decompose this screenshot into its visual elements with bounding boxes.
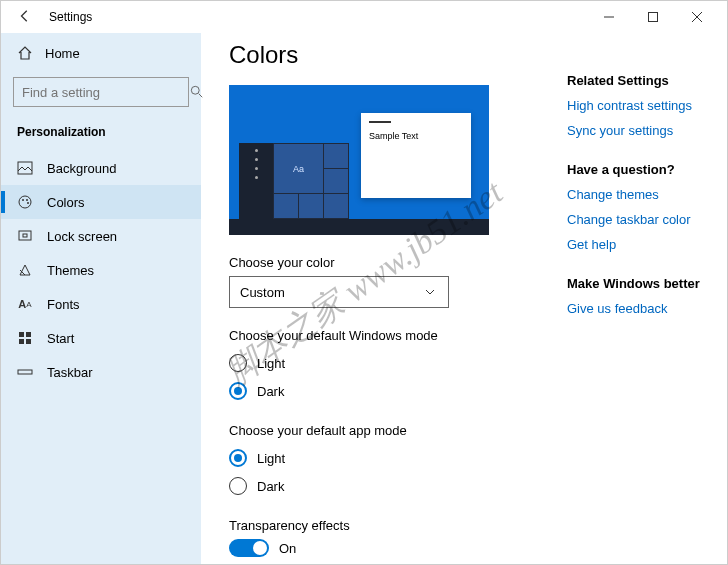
svg-point-2 xyxy=(191,86,199,94)
radio-label: Light xyxy=(257,356,285,371)
question-link[interactable]: Change taskbar color xyxy=(567,212,703,227)
svg-point-8 xyxy=(27,202,29,204)
home-icon xyxy=(17,45,33,61)
colors-icon xyxy=(17,194,33,210)
close-button[interactable] xyxy=(675,3,719,31)
sidebar-item-background[interactable]: Background xyxy=(1,151,201,185)
radio-label: Dark xyxy=(257,479,284,494)
sidebar-item-label: Colors xyxy=(47,195,85,210)
sidebar-item-colors[interactable]: Colors xyxy=(1,185,201,219)
color-mode-select[interactable]: Custom xyxy=(229,276,449,308)
radio-icon xyxy=(229,477,247,495)
preview-sample-text: Sample Text xyxy=(369,131,418,141)
svg-point-5 xyxy=(19,196,31,208)
sidebar-item-label: Fonts xyxy=(47,297,80,312)
sidebar-item-label: Start xyxy=(47,331,74,346)
radio-icon xyxy=(229,354,247,372)
preview-taskbar xyxy=(229,219,489,235)
app-mode-label: Choose your default app mode xyxy=(229,423,559,438)
question-link[interactable]: Get help xyxy=(567,237,703,252)
svg-rect-9 xyxy=(19,231,31,240)
related-link[interactable]: High contrast settings xyxy=(567,98,703,113)
feedback-link[interactable]: Give us feedback xyxy=(567,301,703,316)
preview-tile-aa: Aa xyxy=(274,144,323,193)
sidebar-item-label: Lock screen xyxy=(47,229,117,244)
sidebar-item-fonts[interactable]: AAFonts xyxy=(1,287,201,321)
svg-rect-4 xyxy=(18,162,32,174)
transparency-label: Transparency effects xyxy=(229,518,559,533)
search-box[interactable] xyxy=(13,77,189,107)
main-content: Colors Aa Sample Text Choose your color xyxy=(229,41,559,564)
svg-rect-14 xyxy=(19,339,24,344)
sidebar-section: Personalization xyxy=(1,115,201,151)
right-column: Related Settings High contrast settingsS… xyxy=(567,41,703,564)
transparency-value: On xyxy=(279,541,296,556)
sidebar-item-start[interactable]: Start xyxy=(1,321,201,355)
themes-icon xyxy=(17,262,33,278)
lockscreen-icon xyxy=(17,228,33,244)
sidebar-item-label: Themes xyxy=(47,263,94,278)
related-link[interactable]: Sync your settings xyxy=(567,123,703,138)
svg-rect-10 xyxy=(23,234,27,237)
sidebar-item-lock-screen[interactable]: Lock screen xyxy=(1,219,201,253)
sidebar: Home Personalization BackgroundColorsLoc… xyxy=(1,33,201,564)
color-mode-value: Custom xyxy=(240,285,285,300)
preview-window: Sample Text xyxy=(361,113,471,198)
sidebar-item-themes[interactable]: Themes xyxy=(1,253,201,287)
windows-mode-label: Choose your default Windows mode xyxy=(229,328,559,343)
sidebar-item-taskbar[interactable]: Taskbar xyxy=(1,355,201,389)
svg-rect-13 xyxy=(26,332,31,337)
sidebar-item-label: Background xyxy=(47,161,116,176)
search-input[interactable] xyxy=(22,85,190,100)
chevron-down-icon xyxy=(422,284,438,300)
minimize-button[interactable] xyxy=(587,3,631,31)
app-mode-group: LightDark xyxy=(229,444,559,500)
sidebar-item-label: Taskbar xyxy=(47,365,93,380)
windows-mode-light[interactable]: Light xyxy=(229,349,559,377)
background-icon xyxy=(17,160,33,176)
related-heading: Related Settings xyxy=(567,73,703,88)
better-heading: Make Windows better xyxy=(567,276,703,291)
radio-label: Dark xyxy=(257,384,284,399)
page-title: Colors xyxy=(229,41,559,69)
svg-rect-15 xyxy=(26,339,31,344)
question-heading: Have a question? xyxy=(567,162,703,177)
question-link[interactable]: Change themes xyxy=(567,187,703,202)
start-icon xyxy=(17,330,33,346)
transparency-toggle[interactable] xyxy=(229,539,269,557)
svg-point-7 xyxy=(26,199,28,201)
choose-color-label: Choose your color xyxy=(229,255,559,270)
svg-rect-1 xyxy=(649,13,658,22)
svg-point-6 xyxy=(22,199,24,201)
radio-label: Light xyxy=(257,451,285,466)
windows-mode-group: LightDark xyxy=(229,349,559,405)
radio-icon xyxy=(229,382,247,400)
sidebar-home[interactable]: Home xyxy=(1,37,201,69)
windows-mode-dark[interactable]: Dark xyxy=(229,377,559,405)
svg-rect-16 xyxy=(18,370,32,374)
titlebar: Settings xyxy=(1,1,727,33)
preview-startmenu: Aa xyxy=(239,143,349,219)
sidebar-home-label: Home xyxy=(45,46,80,61)
maximize-button[interactable] xyxy=(631,3,675,31)
app-title: Settings xyxy=(49,10,92,24)
fonts-icon: AA xyxy=(17,296,33,312)
color-preview: Aa Sample Text xyxy=(229,85,489,235)
app-mode-dark[interactable]: Dark xyxy=(229,472,559,500)
radio-icon xyxy=(229,449,247,467)
taskbar-icon xyxy=(17,364,33,380)
app-mode-light[interactable]: Light xyxy=(229,444,559,472)
svg-rect-12 xyxy=(19,332,24,337)
back-button[interactable] xyxy=(9,3,41,32)
